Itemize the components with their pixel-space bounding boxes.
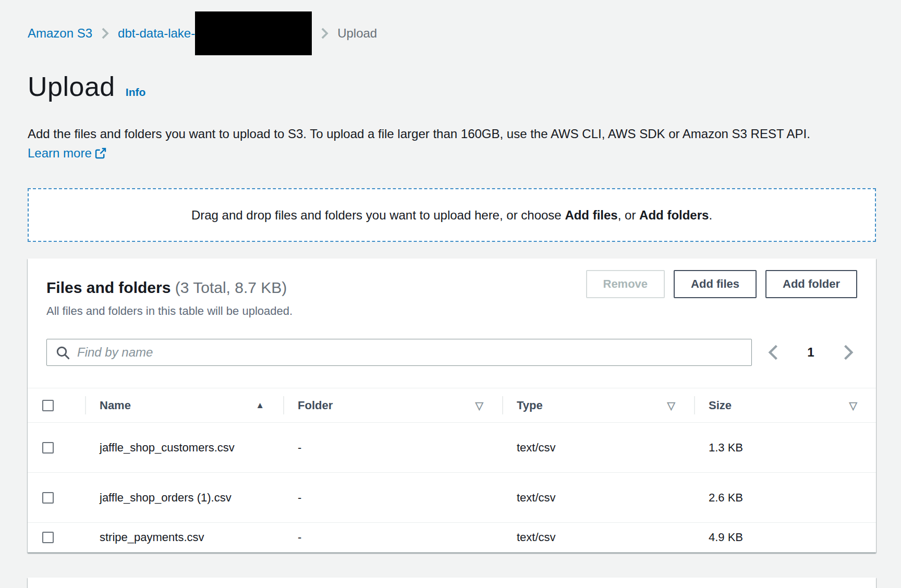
chevron-right-icon <box>321 28 328 39</box>
panel-heading-block: Files and folders (3 Total, 8.7 KB) All … <box>46 270 293 318</box>
column-header-name[interactable]: Name▲ <box>85 388 283 423</box>
panel-heading: Files and folders (3 Total, 8.7 KB) <box>46 278 293 297</box>
file-type: text/csv <box>502 423 694 473</box>
file-name: stripe_payments.csv <box>100 528 236 547</box>
table-header-row: Name▲ Folder▽ Type▽ Size▽ <box>28 388 876 423</box>
file-name: jaffle_shop_orders (1).csv <box>100 488 236 507</box>
select-all-checkbox[interactable] <box>42 400 54 411</box>
remove-button[interactable]: Remove <box>586 270 665 298</box>
file-folder: - <box>283 473 502 523</box>
file-name: jaffle_shop_customers.csv <box>100 438 236 457</box>
panel-actions: Remove Add files Add folder <box>586 270 858 298</box>
table-row: jaffle_shop_orders (1).csv - text/csv 2.… <box>28 473 876 523</box>
chevron-right-icon <box>842 345 855 360</box>
column-label-type: Type <box>517 399 543 412</box>
sort-ascending-icon: ▲ <box>255 400 264 411</box>
files-table: Name▲ Folder▽ Type▽ Size▽ jaffle_s <box>28 388 876 553</box>
dropzone-mid: , or <box>618 208 639 222</box>
dropzone-text: Drag and drop files and folders you want… <box>191 208 712 223</box>
search-icon <box>56 346 70 362</box>
info-link[interactable]: Info <box>126 86 145 99</box>
page-content: Amazon S3 dbt-data-lake- Upload Upload I… <box>0 0 901 588</box>
file-size: 1.3 KB <box>694 423 876 473</box>
chevron-right-icon <box>101 28 109 39</box>
add-folder-button[interactable]: Add folder <box>765 270 857 298</box>
dropzone-add-folders: Add folders <box>639 208 709 222</box>
previous-page-button[interactable] <box>764 342 782 362</box>
next-panel-edge <box>28 578 876 588</box>
title-row: Upload Info <box>28 71 876 102</box>
panel-title: Files and folders <box>46 279 171 296</box>
page-description-text: Add the files and folders you want to up… <box>28 127 810 141</box>
column-header-folder[interactable]: Folder▽ <box>283 388 502 423</box>
sort-caret-icon: ▽ <box>476 399 483 412</box>
table-row: stripe_payments.csv - text/csv 4.9 KB <box>28 523 876 553</box>
column-header-size[interactable]: Size▽ <box>694 388 876 423</box>
search-input[interactable] <box>46 339 752 366</box>
learn-more-label: Learn more <box>28 146 92 160</box>
search-box <box>46 339 752 366</box>
column-label-name: Name <box>100 399 131 412</box>
sort-caret-icon: ▽ <box>667 399 675 412</box>
sort-caret-icon: ▽ <box>849 399 857 412</box>
next-page-button[interactable] <box>839 342 857 362</box>
panel-count: (3 Total, 8.7 KB) <box>175 279 287 296</box>
row-checkbox[interactable] <box>42 442 54 454</box>
file-size: 2.6 KB <box>694 473 876 523</box>
breadcrumb-current: Upload <box>337 26 377 41</box>
file-type: text/csv <box>502 473 694 523</box>
file-folder: - <box>283 423 502 473</box>
files-and-folders-panel: Files and folders (3 Total, 8.7 KB) All … <box>28 259 876 553</box>
row-checkbox[interactable] <box>42 492 54 504</box>
dropzone-prefix: Drag and drop files and folders you want… <box>191 208 565 222</box>
file-folder: - <box>283 523 502 553</box>
breadcrumb: Amazon S3 dbt-data-lake- Upload <box>28 23 876 44</box>
breadcrumb-bucket[interactable]: dbt-data-lake- <box>118 26 195 40</box>
select-all-header <box>28 388 85 423</box>
learn-more-link[interactable]: Learn more <box>28 146 106 160</box>
external-link-icon <box>95 145 106 164</box>
panel-header: Files and folders (3 Total, 8.7 KB) All … <box>28 259 876 318</box>
column-label-size: Size <box>709 399 732 412</box>
add-files-button[interactable]: Add files <box>674 270 757 298</box>
breadcrumb-amazon-s3[interactable]: Amazon S3 <box>28 26 92 41</box>
file-size: 4.9 KB <box>694 523 876 553</box>
current-page-number[interactable]: 1 <box>807 345 814 360</box>
row-checkbox[interactable] <box>42 532 54 543</box>
page-description: Add the files and folders you want to up… <box>28 124 844 164</box>
dropzone[interactable]: Drag and drop files and folders you want… <box>28 188 876 242</box>
table-toolbar: 1 <box>28 318 876 366</box>
file-type: text/csv <box>502 523 694 553</box>
breadcrumb-bucket-group: dbt-data-lake- <box>118 26 312 41</box>
column-header-type[interactable]: Type▽ <box>502 388 694 423</box>
column-label-folder: Folder <box>298 399 333 412</box>
redaction-box <box>195 11 312 55</box>
panel-description: All files and folders in this table will… <box>46 304 293 318</box>
dropzone-suffix: . <box>709 208 712 222</box>
table-row: jaffle_shop_customers.csv - text/csv 1.3… <box>28 423 876 473</box>
chevron-left-icon <box>766 345 780 360</box>
pagination: 1 <box>764 342 857 362</box>
dropzone-add-files: Add files <box>565 208 617 222</box>
page-title: Upload <box>28 71 115 102</box>
